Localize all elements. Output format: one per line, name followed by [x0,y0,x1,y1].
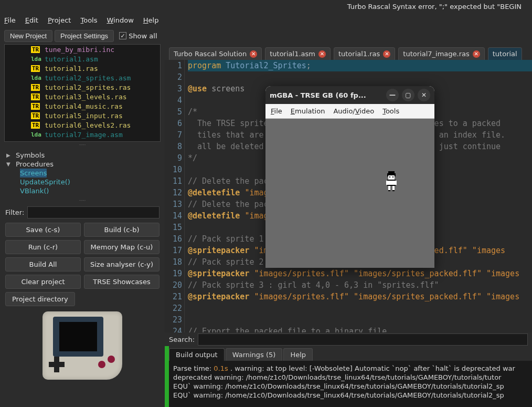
file-tree-item[interactable]: TRtutorial2_sprites.ras [5,82,160,92]
run-button[interactable]: Run (c-r) [5,240,81,254]
filter-input[interactable] [27,206,159,218]
output-tabs: Build outputWarnings (5)Help [169,346,532,361]
file-tree-item[interactable]: TRtutorial4_music.ras [5,101,160,111]
chevron-down-icon: ▼ [6,161,13,167]
maximize-button[interactable]: ▢ [402,89,414,101]
menu-tools[interactable]: Tools [80,16,97,24]
file-tree-item[interactable]: TRtutorial1.ras [5,64,160,73]
symbols-node[interactable]: ▶ Symbols [6,151,158,160]
file-name: tutorial1.asm [45,55,98,63]
clear-project-button[interactable]: Clear project [5,275,81,289]
procedures-node[interactable]: ▼ Procedures [6,160,158,169]
memory-map-button[interactable]: Memory Map (c-u) [84,240,159,254]
svg-rect-3 [388,175,395,180]
file-tree-item[interactable]: TRtune_by_mibri.inc [5,45,160,54]
filter-label: Filter: [5,208,24,216]
code-line[interactable] [188,314,532,326]
save-button[interactable]: Save (c-s) [5,223,81,237]
close-icon[interactable]: ✕ [473,50,480,58]
line-number: 18 [165,256,182,268]
file-tree-item[interactable]: TRtutorial6_levels2.ras [5,120,160,130]
tab-label: tutorial [493,50,517,58]
file-name: tutorial5_input.ras [45,112,123,120]
separator: ····· [0,142,165,149]
line-number: 4 [165,95,182,106]
code-line[interactable]: // Export the packed file to a binary fi… [188,326,532,332]
project-settings-button[interactable]: Project Settings [55,30,114,42]
code-line[interactable]: @spritepacker "images/sprites.flf" "imag… [188,268,532,279]
output-tab[interactable]: Build output [169,348,225,361]
procedure-item[interactable]: Screens [20,169,47,178]
file-badge: TR [31,122,40,129]
file-name: tutorial2_sprites.ras [45,84,131,91]
editor-tab[interactable]: tutorial7_image.ras✕ [398,47,484,60]
code-line[interactable] [188,71,532,83]
line-number: 8 [165,141,182,152]
line-number: 11 [165,175,182,187]
close-icon[interactable]: ✕ [383,50,390,58]
code-line[interactable]: program Tutorial2_Sprites; [188,60,532,71]
file-badge: lda [31,131,41,138]
file-tree-item[interactable]: TRtutorial5_input.ras [5,111,160,120]
mgba-menu-file[interactable]: File [271,107,282,115]
menu-help[interactable]: Help [143,16,159,24]
procedure-item[interactable]: VBlank() [20,186,158,195]
new-project-button[interactable]: New Project [4,30,52,42]
svg-rect-5 [392,176,393,178]
minimize-button[interactable]: — [386,89,399,101]
file-tree[interactable]: TRtune_by_mibri.incldatutorial1.asmTRtut… [4,44,161,142]
file-tree-item[interactable]: ldatutorial7_image.asm [5,130,160,139]
output-tab[interactable]: Warnings (5) [226,348,283,361]
output-line: EQU` warning: /home/z1c0/Downloads/trse_… [173,382,528,391]
line-number: 15 [165,222,182,233]
close-icon[interactable]: ✕ [318,50,326,58]
svg-rect-4 [389,176,390,178]
menu-file[interactable]: File [4,16,16,24]
mgba-menu-av[interactable]: Audio/Video [333,107,374,115]
file-tree-item[interactable]: ldatutorial2_sprites.asm [5,73,160,82]
menubar: File Edit Project Tools Window Help [0,13,532,27]
procedure-item[interactable]: UpdateSprite() [20,178,158,186]
menu-project[interactable]: Project [48,16,71,24]
output-tab[interactable]: Help [283,348,313,361]
mgba-menu-tools[interactable]: Tools [382,107,399,115]
size-analyser-button[interactable]: Size analyser (c-y) [84,257,159,272]
line-number: 13 [165,199,182,210]
tab-label: tutorial1.ras [338,50,380,58]
line-number: 9 [165,152,182,164]
editor-tab[interactable]: tutorial1.ras✕ [334,47,395,60]
showcases-button[interactable]: TRSE Showcases [84,275,159,289]
close-button[interactable]: ✕ [418,89,430,101]
svg-rect-7 [386,181,388,185]
file-tree-item[interactable]: TRtutorial3_levels.ras [5,92,160,101]
line-number: 6 [165,118,182,129]
output-text[interactable]: Parse time: 0.1s . warning: at top level… [169,361,532,407]
menu-window[interactable]: Window [107,16,134,24]
build-button[interactable]: Build (c-b) [84,223,159,237]
svg-rect-11 [387,180,396,181]
mgba-menubar: File Emulation Audio/Video Tools [265,104,434,119]
show-all-checkbox[interactable]: ✓ Show all [119,32,157,40]
file-tree-item[interactable]: ldatutorial1.asm [5,54,160,64]
search-input[interactable] [198,333,528,346]
file-name: tutorial2_sprites.asm [45,74,131,82]
project-directory-button[interactable]: Project directory [5,292,75,306]
editor-tab[interactable]: tutorial [488,47,522,60]
code-line[interactable]: @spritepacker "images/sprites.flf" "imag… [188,291,532,302]
line-number: 17 [165,245,182,256]
code-line[interactable] [188,302,532,314]
app-title: Turbo Rascal Syntax error, ";" expected … [347,3,522,11]
gameboy-icon [42,311,122,380]
editor-tab[interactable]: tutorial1.asm✕ [265,47,331,60]
toolbar: New Project Project Settings ✓ Show all [0,27,532,44]
sprite-girl-icon [383,171,400,192]
close-icon[interactable]: ✕ [250,50,257,58]
editor-tab[interactable]: Turbo Rascal Solution✕ [169,47,262,60]
mgba-window[interactable]: mGBA - TRSE GB (60 fp... — ▢ ✕ File Emul… [265,86,434,268]
svg-rect-9 [388,186,390,190]
code-line[interactable]: // Pack sprite 3 : girl at 4,0 - 6,3 in … [188,279,532,291]
menu-edit[interactable]: Edit [25,16,38,24]
build-all-button[interactable]: Build All [5,257,81,272]
mgba-menu-emulation[interactable]: Emulation [291,107,325,115]
mgba-titlebar[interactable]: mGBA - TRSE GB (60 fp... — ▢ ✕ [265,86,434,104]
